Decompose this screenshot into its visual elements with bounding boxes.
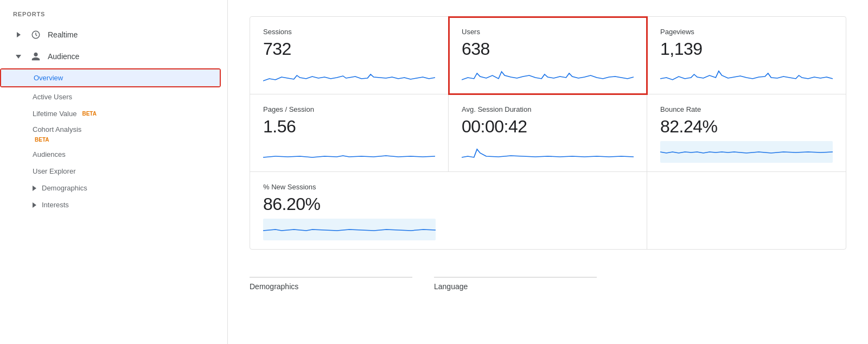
users-value: 638 <box>462 39 634 59</box>
sidebar-item-overview[interactable]: Overview <box>1 69 220 86</box>
reports-label: REPORTS <box>0 11 227 24</box>
new-sessions-value: 86.20% <box>263 194 436 214</box>
empty-cell-1 <box>449 172 647 249</box>
demographics-expand-icon <box>33 186 36 191</box>
new-sessions-label: % New Sessions <box>263 183 436 191</box>
metric-card-sessions: Sessions 732 <box>250 17 449 94</box>
metric-card-users: Users 638 <box>449 17 647 94</box>
lifetime-value-beta: BETA <box>82 111 96 117</box>
sidebar-item-cohort-analysis[interactable]: Cohort Analysis BETA <box>0 122 227 146</box>
sidebar-item-lifetime-value[interactable]: Lifetime Value BETA <box>0 105 227 122</box>
bounce-rate-value: 82.24% <box>660 117 833 137</box>
sessions-sparkline <box>263 63 435 85</box>
empty-cell-2 <box>647 172 846 249</box>
pages-session-value: 1.56 <box>263 117 435 137</box>
overview-label: Overview <box>34 74 63 82</box>
pages-session-label: Pages / Session <box>263 105 435 113</box>
pageviews-sparkline <box>660 63 833 85</box>
sidebar: REPORTS Realtime Audience Overview <box>0 0 228 344</box>
audiences-label: Audiences <box>33 150 66 158</box>
avg-session-value: 00:00:42 <box>462 117 634 137</box>
pageviews-value: 1,139 <box>660 39 833 59</box>
bottom-labels: Demographics Language <box>250 271 846 291</box>
audience-label: Audience <box>48 52 79 61</box>
overview-border: Overview <box>0 68 221 87</box>
pageviews-label: Pageviews <box>660 28 833 36</box>
bounce-rate-label: Bounce Rate <box>660 105 833 113</box>
new-sessions-sparkline <box>263 219 436 240</box>
metric-card-new-sessions: % New Sessions 86.20% <box>250 172 449 249</box>
bottom-language: Language <box>434 277 597 291</box>
sidebar-item-audiences[interactable]: Audiences <box>0 146 227 163</box>
person-icon <box>30 51 41 62</box>
avg-session-sparkline <box>462 141 634 163</box>
sidebar-item-active-users[interactable]: Active Users <box>0 88 227 105</box>
demographics-label: Demographics <box>42 184 87 192</box>
users-label: Users <box>462 28 634 36</box>
cohort-analysis-label: Cohort Analysis <box>33 125 81 133</box>
triangle-down-icon <box>13 51 24 62</box>
sessions-label: Sessions <box>263 28 435 36</box>
sidebar-item-interests[interactable]: Interests <box>0 196 227 213</box>
avg-session-label: Avg. Session Duration <box>462 105 634 113</box>
metrics-grid: Sessions 732 Users 638 Pageviews 1,139 <box>250 16 846 250</box>
realtime-label: Realtime <box>48 30 78 39</box>
sidebar-item-user-explorer[interactable]: User Explorer <box>0 163 227 180</box>
metric-card-avg-session: Avg. Session Duration 00:00:42 <box>449 94 647 172</box>
triangle-right-icon <box>13 29 24 40</box>
sidebar-item-demographics[interactable]: Demographics <box>0 180 227 196</box>
interests-label: Interests <box>42 201 69 209</box>
pages-session-sparkline <box>263 141 435 163</box>
bottom-demographics: Demographics <box>250 277 412 291</box>
cohort-analysis-beta: BETA <box>35 137 49 143</box>
active-users-label: Active Users <box>33 93 72 101</box>
sidebar-item-audience[interactable]: Audience <box>0 46 227 67</box>
sidebar-item-realtime[interactable]: Realtime <box>0 24 227 46</box>
metric-card-bounce-rate: Bounce Rate 82.24% <box>647 94 846 172</box>
metric-card-pageviews: Pageviews 1,139 <box>647 17 846 94</box>
clock-icon <box>30 29 41 40</box>
lifetime-value-label: Lifetime Value <box>33 110 76 118</box>
sessions-value: 732 <box>263 39 435 59</box>
users-sparkline <box>462 63 634 85</box>
interests-expand-icon <box>33 202 36 208</box>
main-content: Sessions 732 Users 638 Pageviews 1,139 <box>228 0 868 344</box>
bounce-rate-sparkline <box>660 141 833 163</box>
user-explorer-label: User Explorer <box>33 167 75 175</box>
metric-card-pages-session: Pages / Session 1.56 <box>250 94 449 172</box>
